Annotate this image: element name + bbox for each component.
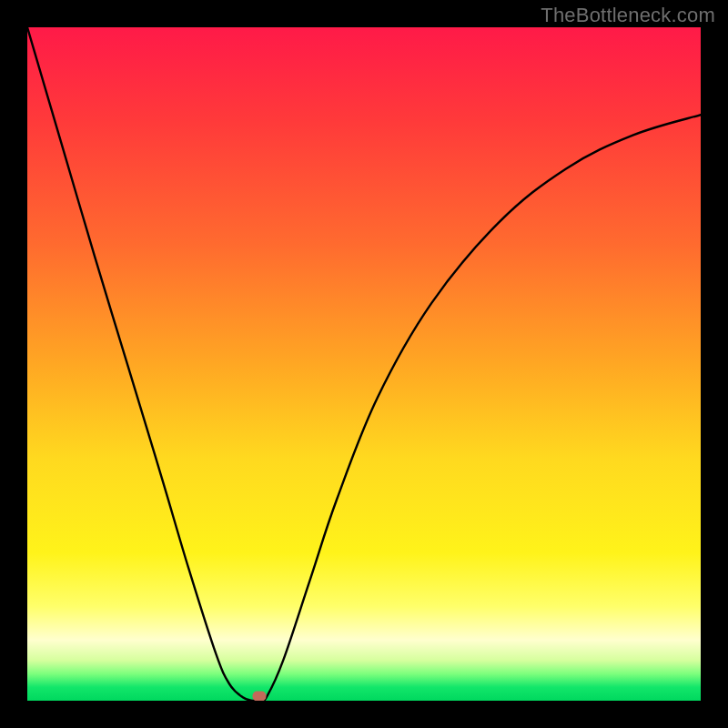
watermark-text: TheBottleneck.com <box>541 4 715 27</box>
chart-frame: TheBottleneck.com <box>0 0 728 728</box>
bottleneck-curve <box>27 27 701 701</box>
plot-area <box>27 27 701 701</box>
optimum-marker <box>253 691 267 701</box>
